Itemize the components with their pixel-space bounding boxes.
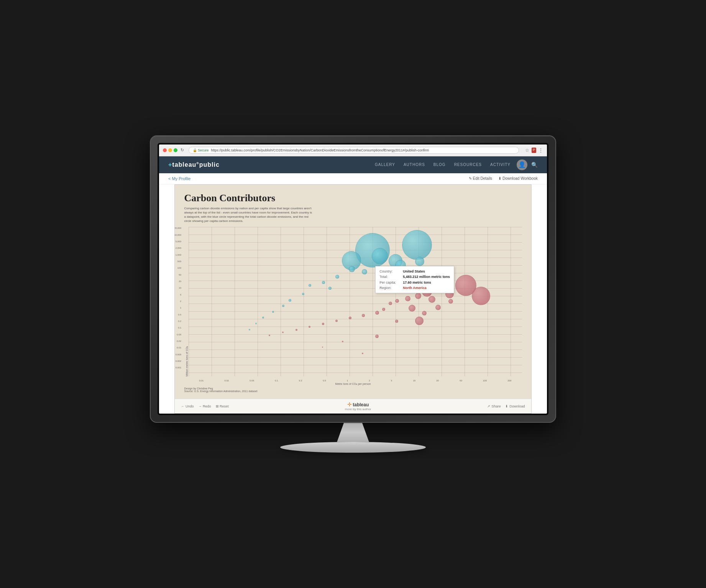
bubble-p11[interactable] xyxy=(435,305,441,310)
bubble-t1[interactable] xyxy=(349,266,355,272)
redo-button[interactable]: → Redo xyxy=(199,404,211,408)
nav-resources[interactable]: RESOURCES xyxy=(454,163,482,167)
viz-controls-left: ← Undo → Redo ⊠ Reset xyxy=(181,404,228,408)
tooltip-total-row: Total: 5,483.212 million metric tons xyxy=(379,274,450,279)
bubble-p9[interactable] xyxy=(389,302,392,305)
reload-icon[interactable]: ↻ xyxy=(181,148,184,153)
lock-icon: 🔒 xyxy=(193,148,197,152)
viz-inner: Carbon Contributors Comparing carbon dio… xyxy=(175,185,531,399)
bubble-p26[interactable] xyxy=(342,341,343,342)
browser-actions: ☆ P ⋮ xyxy=(525,148,543,153)
bubble-p20[interactable] xyxy=(395,320,398,323)
y-label-16: 0.05 xyxy=(177,333,181,336)
bubble-t14[interactable] xyxy=(255,323,257,324)
bubble-p19[interactable] xyxy=(322,323,324,325)
bubble-t8[interactable] xyxy=(328,287,332,290)
x-label-13: 200 xyxy=(507,379,511,382)
bubble-p10[interactable] xyxy=(409,305,415,312)
bubble-t13[interactable] xyxy=(262,317,264,319)
x-label-6: 1 xyxy=(347,379,348,382)
star-icon[interactable]: ☆ xyxy=(525,148,529,153)
bubble-p25[interactable] xyxy=(375,335,379,338)
nav-blog[interactable]: BLOG xyxy=(433,163,446,167)
bubble-p22[interactable] xyxy=(296,329,297,331)
bubble-p23[interactable] xyxy=(282,332,284,333)
tooltip-region-value: North America xyxy=(403,285,427,291)
download-button[interactable]: ⬇ Download xyxy=(505,404,525,408)
nav-links: GALLERY AUTHORS BLOG RESOURCES ACTIVITY xyxy=(375,163,511,167)
tooltip-percapita-label: Per capita: xyxy=(379,280,401,285)
download-workbook-button[interactable]: ⬇ Download Workbook xyxy=(498,176,538,181)
profile-bar: < My Profile ✎ Edit Details ⬇ Download W… xyxy=(159,173,547,184)
bubble-p18[interactable] xyxy=(335,320,338,322)
viz-controls-right: ↗ Share ⬇ Download xyxy=(487,404,525,408)
x-label-4: 0.3 xyxy=(299,379,302,382)
bubble-p27[interactable] xyxy=(322,347,323,348)
tableau-cross-icon: ✛ xyxy=(347,401,352,407)
bubble-p8[interactable] xyxy=(395,299,399,303)
bubble-p7[interactable] xyxy=(448,299,453,304)
profile-actions: ✎ Edit Details ⬇ Download Workbook xyxy=(469,176,538,181)
profile-icon[interactable]: P xyxy=(532,148,536,153)
bubble-p28[interactable] xyxy=(362,353,363,354)
bubble-p15[interactable] xyxy=(415,317,424,325)
bubble-p21[interactable] xyxy=(309,326,310,328)
bubble-t15[interactable] xyxy=(249,329,250,330)
bubble-t4[interactable] xyxy=(335,275,339,279)
bubble-t10[interactable] xyxy=(289,299,291,302)
bubble-p24[interactable] xyxy=(269,335,270,336)
download-icon: ⬇ xyxy=(505,404,508,408)
undo-button[interactable]: ← Undo xyxy=(181,404,194,408)
bubble-t6[interactable] xyxy=(322,281,325,284)
bubble-t11[interactable] xyxy=(282,305,284,307)
bubble-aus-percap[interactable] xyxy=(472,287,490,305)
y-label-15: 0.1 xyxy=(178,327,181,329)
bubble-p5[interactable] xyxy=(415,293,421,299)
y-label-7: 50 xyxy=(179,274,181,276)
nav-avatar[interactable]: 👤 xyxy=(517,159,527,170)
y-label-9: 10 xyxy=(179,287,181,289)
nav-authors[interactable]: AUTHORS xyxy=(404,163,425,167)
content-area: < My Profile ✎ Edit Details ⬇ Download W… xyxy=(159,173,547,414)
nav-gallery[interactable]: GALLERY xyxy=(375,163,395,167)
bubble-p17[interactable] xyxy=(349,317,351,319)
monitor-wrapper: ↻ 🔒 Secure https://public.tableau.com/pr… xyxy=(142,135,564,453)
secure-badge: 🔒 Secure xyxy=(193,148,209,152)
back-to-profile-link[interactable]: < My Profile xyxy=(168,176,190,181)
bubble-t12[interactable] xyxy=(272,311,274,313)
share-label: Share xyxy=(491,404,501,408)
x-label-8: 5 xyxy=(391,379,392,382)
bubble-t7[interactable] xyxy=(309,284,311,287)
bubble-p16[interactable] xyxy=(362,314,365,317)
footer-source: Source: U.S. Energy Information Administ… xyxy=(184,390,522,393)
x-label-10: 20 xyxy=(436,379,439,382)
viz-brand: ✛ tableau more by this author xyxy=(345,401,371,411)
avatar-icon: 👤 xyxy=(518,161,526,168)
monitor-body: ↻ 🔒 Secure https://public.tableau.com/pr… xyxy=(150,135,556,423)
share-button[interactable]: ↗ Share xyxy=(487,404,501,408)
bubble-p4[interactable] xyxy=(429,296,435,303)
bubble-usa-total[interactable] xyxy=(402,230,432,260)
edit-details-button[interactable]: ✎ Edit Details xyxy=(469,176,492,181)
bubble-p12[interactable] xyxy=(382,308,385,311)
bubble-p13[interactable] xyxy=(375,311,379,315)
url-bar[interactable]: 🔒 Secure https://public.tableau.com/prof… xyxy=(189,147,519,154)
bubble-russia-total[interactable] xyxy=(372,248,388,264)
x-label-3: 0.1 xyxy=(275,379,278,382)
menu-icon[interactable]: ⋮ xyxy=(539,148,543,153)
tooltip-country-value: United States xyxy=(403,269,425,274)
reset-button[interactable]: ⊠ Reset xyxy=(216,404,229,408)
bubble-p14[interactable] xyxy=(422,311,427,315)
bubble-canada-total[interactable] xyxy=(415,257,424,266)
chart-plot[interactable]: 20,000 10,000 5,000 2,000 1,000 500 100 … xyxy=(189,227,522,376)
viz-brand-sub[interactable]: more by this author xyxy=(345,407,371,411)
bubble-t2[interactable] xyxy=(362,269,367,274)
browser-chrome: ↻ 🔒 Secure https://public.tableau.com/pr… xyxy=(159,145,547,156)
logo-text: tableau°public xyxy=(172,161,220,168)
viz-title: Carbon Contributors xyxy=(184,192,522,204)
search-icon[interactable]: 🔍 xyxy=(531,162,538,168)
bubble-p6[interactable] xyxy=(405,296,410,301)
nav-activity[interactable]: ACTIVITY xyxy=(490,163,511,167)
y-label-21: 0.001 xyxy=(176,366,181,369)
bubble-t9[interactable] xyxy=(302,293,304,295)
